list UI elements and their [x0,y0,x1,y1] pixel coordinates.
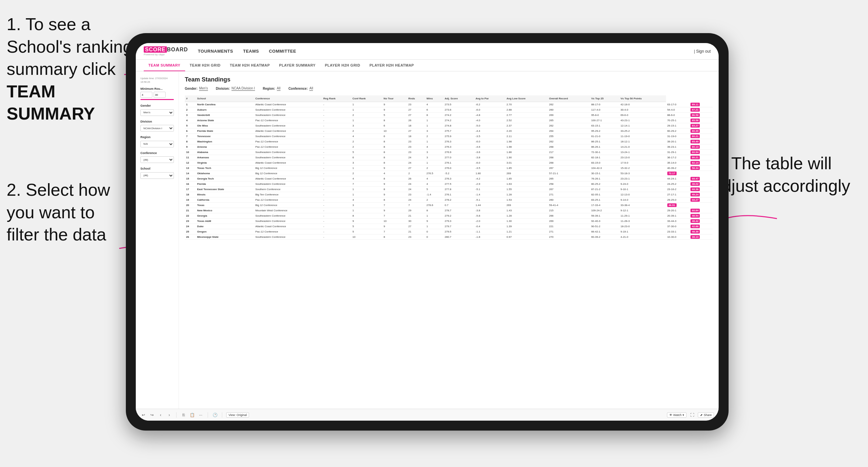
tab-team-summary[interactable]: TEAM SUMMARY [144,60,185,71]
cell-19-2: Big 12 Conference [254,203,322,208]
cell-24-14: 23-33-1 [666,229,689,235]
cell-15-12: 80-25-2 [590,182,619,187]
sign-out[interactable]: | Sign out [694,49,711,54]
cell-5-5: 10 [382,128,407,134]
nav-teams[interactable]: TEAMS [243,49,259,54]
cell-11-0: 12 [185,160,196,165]
cell-2-11: 269 [548,113,590,118]
cell-7-13: 18-12-1 [619,139,666,145]
cell-0-15: 89.11 [689,102,713,107]
cell-23-14: 37-30-0 [666,224,689,229]
col-conf-rank: Conf Rank [351,95,382,102]
nav-committee[interactable]: COMMITTEE [269,49,297,54]
cell-24-0: 25 [185,229,196,235]
view-original-button[interactable]: View: Original [226,412,249,418]
cell-24-9: -1.1 [474,229,505,235]
filter-conference-select[interactable]: (All) [141,156,174,163]
cell-21-6: 21 [407,213,425,219]
cell-16-3: - [322,187,351,192]
filter-school-select[interactable]: (All) [141,172,174,179]
cell-20-8: 278.7 [443,208,474,213]
tab-team-h2h-heatmap[interactable]: TEAM H2H HEATMAP [225,60,275,71]
cell-1-3: - [322,107,351,113]
cell-24-6: 21 [407,229,425,235]
cell-13-14: 72.17 [666,171,689,176]
tab-team-h2h-grid[interactable]: TEAM H2H GRID [185,60,225,71]
cell-23-8: 279.7 [443,224,474,229]
filter-gender-select[interactable]: Men's Women's [141,109,174,116]
cell-13-4: 2 [351,171,382,176]
cell-16-15: 68.36 [689,187,713,192]
copy-icon[interactable]: ⎘ [181,412,186,418]
cell-13-2: Big 12 Conference [254,171,322,176]
paste-icon[interactable]: 📋 [189,412,195,418]
watch-button[interactable]: 👁 Watch ▾ [667,412,686,418]
cell-8-0: 9 [185,145,196,150]
min-row-to[interactable] [154,92,165,98]
table-row: 8WashingtonPac-12 Conference-28231276.3-… [185,139,713,145]
cell-0-6: 23 [407,102,425,107]
cell-21-0: 22 [185,213,196,219]
nav-menu: TOURNAMENTS TEAMS COMMITTEE [198,49,694,54]
cell-13-1: Oklahoma [196,171,254,176]
tab-player-h2h-heatmap[interactable]: PLAYER H2H HEATMAP [365,60,418,71]
expand-icon[interactable]: ⛶ [689,412,695,418]
cell-5-12: 95-29-2 [590,128,619,134]
cell-22-11: 269 [548,219,590,224]
cell-7-7: 1 [425,139,443,145]
col-rnds: Rnds [407,95,425,102]
cell-24-5: 7 [382,229,407,235]
cell-16-6: 24 [407,187,425,192]
cell-25-15: 38.13 [689,235,713,240]
cell-15-4: 7 [351,182,382,187]
tab-player-summary[interactable]: PLAYER SUMMARY [275,60,320,71]
cell-22-9: -2.0 [474,219,505,224]
cell-2-0: 3 [185,113,196,118]
cell-2-2: Southeastern Conference [254,113,322,118]
cell-0-12: 88-17-0 [590,102,619,107]
cell-14-13: 23-23-1 [619,176,666,182]
cell-20-14: 29-20-1 [666,208,689,213]
cell-2-4: 2 [351,113,382,118]
cell-20-9: -3.8 [474,208,505,213]
cell-19-11: 59-41-4 [548,203,590,208]
cell-3-1: Arizona State [196,118,254,123]
cell-22-13: 11-28-3 [619,219,666,224]
cell-6-2: Southeastern Conference [254,134,322,139]
cell-25-6: 23 [407,235,425,240]
min-row-from[interactable] [141,92,152,98]
tab-player-h2h-grid[interactable]: PLAYER H2H GRID [320,60,365,71]
update-time: Update time: 27/03/2024 16:56:26 [141,77,174,84]
cell-14-3: - [322,176,351,182]
cell-8-11: 268 [548,145,590,150]
table-row: 11ArkansasSoutheastern Conference-682432… [185,155,713,160]
cell-21-14: 20-39-1 [666,213,689,219]
more-icon[interactable]: ··· [198,412,204,418]
filter-region-select[interactable]: N/A East West [141,141,174,147]
cell-12-2: Big 12 Conference [254,165,322,171]
cell-2-13: 69-6-0 [619,113,666,118]
col-vs-top50: Vs Top 50 Points [619,95,666,102]
cell-12-5: 9 [382,165,407,171]
clock-icon[interactable]: 🕐 [212,412,218,418]
col-avg-par: Avg to Par [474,95,505,102]
nav-tournaments[interactable]: TOURNAMENTS [198,49,233,54]
cell-3-6: 26 [407,118,425,123]
cell-1-13: 30-4-0 [619,107,666,113]
table-row: 5Ole MissSoutheastern Conference-3618127… [185,123,713,128]
cell-7-5: 8 [382,139,407,145]
cell-15-6: 24 [407,182,425,187]
cell-19-10: 269 [505,203,548,208]
cell-9-14: 31-29-1 [666,150,689,155]
cell-4-9: -5.0 [474,123,505,128]
cell-17-6: 23 [407,192,425,197]
cell-0-2: Atlantic Coast Conference [254,102,322,107]
cell-16-5: 8 [382,187,407,192]
cell-16-7: 5 [425,187,443,192]
cell-23-2: Atlantic Coast Conference [254,224,322,229]
cell-6-3: - [322,134,351,139]
cell-25-2: Southeastern Conference [254,235,322,240]
cell-18-6: 24 [407,197,425,203]
share-button[interactable]: ⬈ Share [698,412,714,418]
filter-division-select[interactable]: NCAA Division I NCAA Division II NCAA Di… [141,125,174,131]
